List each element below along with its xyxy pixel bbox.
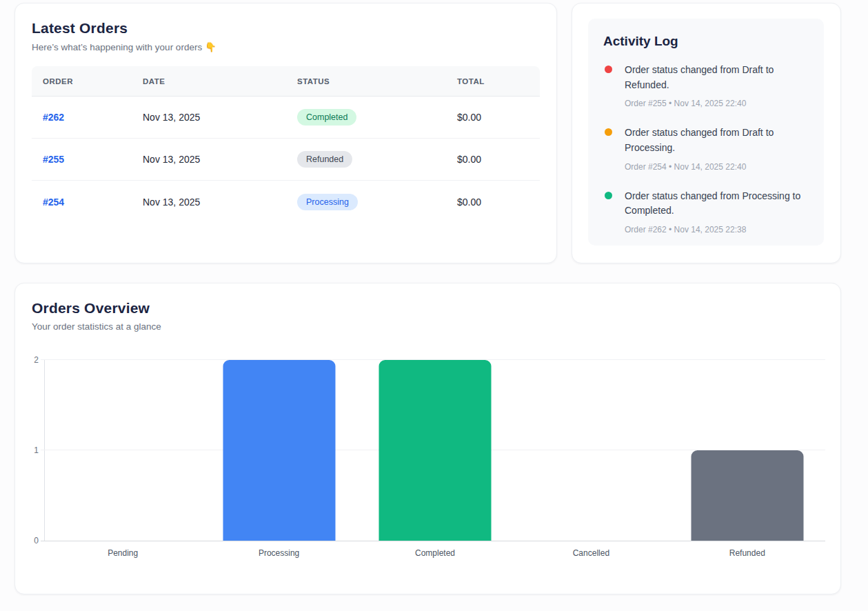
order-link[interactable]: #255: [43, 154, 64, 165]
column-header-date: Date: [132, 77, 286, 86]
orders-overview-title: Orders Overview: [32, 300, 824, 317]
activity-message: Order status changed from Draft to Refun…: [625, 63, 809, 92]
order-total: $0.00: [446, 154, 540, 165]
order-total: $0.00: [446, 112, 540, 123]
order-date: Nov 13, 2025: [132, 112, 286, 123]
column-header-status: Status: [286, 77, 446, 86]
latest-orders-subtitle: Here’s what’s happening with your orders…: [32, 41, 540, 52]
orders-table-header: Order Date Status Total: [32, 66, 540, 97]
status-badge: Completed: [297, 109, 356, 126]
activity-message: Order status changed from Processing to …: [625, 189, 809, 219]
table-row: #254 Nov 13, 2025 Processing $0.00: [32, 181, 540, 223]
x-axis-label: Pending: [108, 548, 138, 558]
activity-meta: Order #255 • Nov 14, 2025 22:40: [625, 99, 809, 108]
table-row: #262 Nov 13, 2025 Completed $0.00: [32, 97, 540, 139]
y-axis-label: 0: [34, 536, 39, 545]
order-link[interactable]: #262: [43, 112, 64, 123]
activity-list: Order status changed from Draft to Refun…: [603, 63, 809, 234]
axis-tick: [41, 541, 45, 541]
activity-meta: Order #254 • Nov 14, 2025 22:40: [625, 162, 809, 172]
activity-log-title: Activity Log: [603, 34, 809, 49]
order-date: Nov 13, 2025: [132, 154, 286, 165]
activity-item: Order status changed from Processing to …: [603, 189, 809, 234]
x-axis-label: Refunded: [729, 548, 765, 558]
table-row: #255 Nov 13, 2025 Refunded $0.00: [32, 139, 540, 181]
status-dot-icon: [605, 66, 612, 73]
latest-orders-card: Latest Orders Here’s what’s happening wi…: [14, 3, 557, 263]
latest-orders-title: Latest Orders: [32, 20, 540, 37]
y-axis-label: 2: [34, 355, 39, 365]
chart-plot: 012 PendingProcessingCompletedCancelledR…: [44, 360, 825, 541]
order-total: $0.00: [446, 197, 540, 208]
column-header-order: Order: [32, 77, 132, 86]
x-axis-label: Cancelled: [573, 548, 609, 558]
orders-overview-card: Orders Overview Your order statistics at…: [14, 283, 841, 594]
bar-completed[interactable]: [379, 360, 492, 541]
bar-refunded[interactable]: [691, 450, 803, 541]
status-badge: Refunded: [297, 151, 352, 168]
order-date: Nov 13, 2025: [132, 197, 286, 208]
activity-meta: Order #262 • Nov 14, 2025 22:38: [625, 225, 809, 234]
order-link[interactable]: #254: [43, 197, 64, 208]
status-dot-icon: [605, 192, 612, 199]
x-axis-label: Processing: [259, 548, 299, 558]
column-header-total: Total: [446, 77, 540, 86]
orders-overview-subtitle: Your order statistics at a glance: [32, 321, 824, 332]
bar-processing[interactable]: [223, 360, 335, 541]
y-axis-label: 1: [34, 445, 39, 455]
activity-log-card: Activity Log Order status changed from D…: [572, 3, 841, 263]
activity-message: Order status changed from Draft to Proce…: [625, 126, 809, 155]
status-badge: Processing: [297, 194, 358, 210]
status-dot-icon: [605, 128, 612, 136]
x-axis-label: Completed: [415, 548, 455, 558]
activity-item: Order status changed from Draft to Proce…: [603, 126, 809, 171]
activity-log-panel: Activity Log Order status changed from D…: [588, 19, 824, 246]
orders-table: Order Date Status Total #262 Nov 13, 202…: [32, 66, 540, 223]
activity-item: Order status changed from Draft to Refun…: [603, 63, 809, 108]
